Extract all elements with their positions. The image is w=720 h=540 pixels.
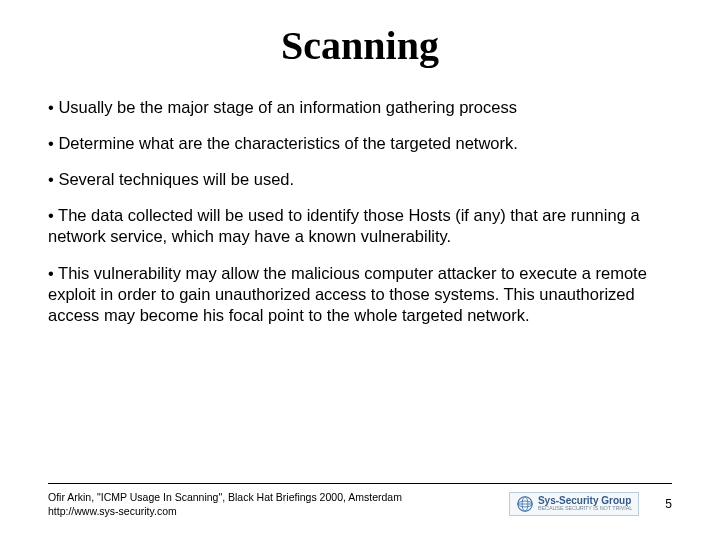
slide: Scanning Usually be the major stage of a… [0, 0, 720, 540]
list-item: Several techniques will be used. [48, 169, 672, 190]
page-number: 5 [665, 497, 672, 511]
list-item: This vulnerability may allow the malicio… [48, 263, 672, 326]
logo-text: Sys-Security Group BECAUSE SECURITY IS N… [538, 496, 632, 512]
list-item: The data collected will be used to ident… [48, 205, 672, 247]
list-item: Usually be the major stage of an informa… [48, 97, 672, 118]
slide-title: Scanning [48, 22, 672, 69]
globe-icon [516, 495, 534, 513]
logo: Sys-Security Group BECAUSE SECURITY IS N… [509, 492, 639, 516]
bullet-list: Usually be the major stage of an informa… [48, 97, 672, 326]
footer: Ofir Arkin, "ICMP Usage In Scanning", Bl… [48, 483, 672, 518]
list-item: Determine what are the characteristics o… [48, 133, 672, 154]
footer-right: Sys-Security Group BECAUSE SECURITY IS N… [509, 492, 672, 516]
footer-citation: Ofir Arkin, "ICMP Usage In Scanning", Bl… [48, 490, 509, 504]
logo-subtitle: BECAUSE SECURITY IS NOT TRIVIAL [538, 506, 632, 512]
footer-text: Ofir Arkin, "ICMP Usage In Scanning", Bl… [48, 490, 509, 518]
footer-url: http://www.sys-security.com [48, 504, 509, 518]
divider [48, 483, 672, 484]
footer-row: Ofir Arkin, "ICMP Usage In Scanning", Bl… [48, 490, 672, 518]
